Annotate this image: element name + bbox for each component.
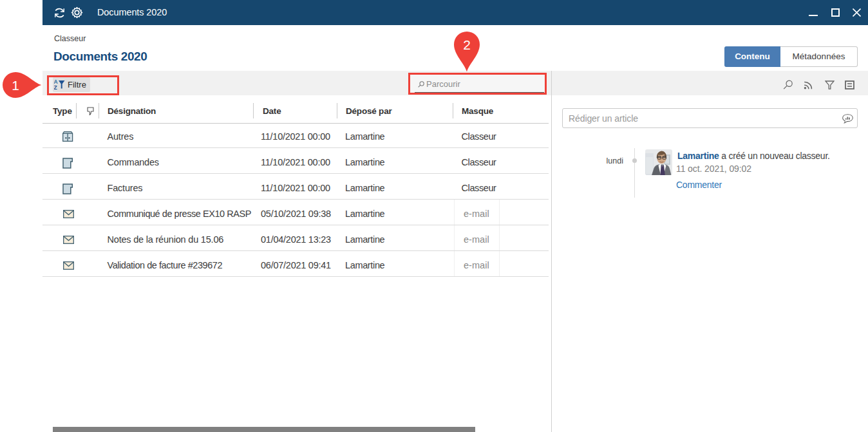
svg-text:1: 1 xyxy=(12,78,19,93)
svg-text:2: 2 xyxy=(463,37,471,52)
